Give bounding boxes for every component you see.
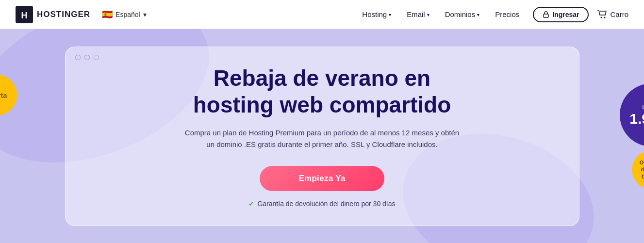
dominios-chevron-icon: ▾ [477,12,479,17]
check-icon: ✔ [248,200,254,208]
logo[interactable]: H HOSTINGER [16,6,90,23]
nav-dominios[interactable]: Dominios ▾ [445,10,480,18]
guarantee-text: Garantía de devolución del dinero por 30… [257,200,395,208]
login-button[interactable]: Ingresar [533,7,589,22]
cart-icon [597,10,607,19]
language-label: Español [116,11,140,18]
cart-label: Carro [610,10,628,18]
cta-button[interactable]: Empieza Ya [260,166,384,191]
lock-icon [543,11,549,18]
svg-text:H: H [21,11,28,20]
email-chevron-icon: ▾ [427,12,429,17]
browser-content: Rebaja de verano en hosting web comparti… [162,60,482,226]
right-decoration: Desde 1.99€/mes Obtén un dominio GRATIS [620,83,644,189]
nav-links: Hosting ▾ Email ▾ Dominios ▾ Precios [362,10,519,18]
nav-hosting[interactable]: Hosting ▾ [362,10,391,18]
browser-dots [66,47,109,60]
hero-section: Oferta Oferta Rebaja de verano en hostin… [0,29,644,243]
hero-subtitle: Compra un plan de Hosting Premium para u… [182,127,463,150]
domain-bubble: Obtén un dominio GRATIS [632,150,644,189]
nav-email[interactable]: Email ▾ [407,10,429,18]
guarantee-section: ✔ Garantía de devolución del dinero por … [248,200,395,208]
logo-text: HOSTINGER [37,10,90,19]
dot-3 [94,55,99,60]
logo-icon: H [16,6,33,23]
svg-rect-2 [544,14,548,17]
hero-title: Rebaja de verano en hosting web comparti… [193,65,451,118]
browser-card: Rebaja de verano en hosting web comparti… [65,47,579,226]
dot-1 [75,55,81,60]
price-amount: 1.99€/mes [629,112,644,126]
lang-chevron-icon: ▾ [143,11,147,18]
nav-precios[interactable]: Precios [495,10,519,18]
language-selector[interactable]: 🇪🇸 Español ▾ [102,9,147,20]
svg-point-4 [604,16,606,18]
hosting-chevron-icon: ▾ [389,12,391,17]
dot-2 [84,55,90,60]
offer-bubble-yellow: Oferta [0,74,17,115]
nav-actions: Ingresar Carro [533,7,628,22]
navbar: H HOSTINGER 🇪🇸 Español ▾ Hosting ▾ Email… [0,0,644,29]
price-bubble: Desde 1.99€/mes [620,83,644,146]
flag-icon: 🇪🇸 [102,9,113,20]
svg-point-3 [601,16,602,18]
cart-button[interactable]: Carro [597,10,628,19]
